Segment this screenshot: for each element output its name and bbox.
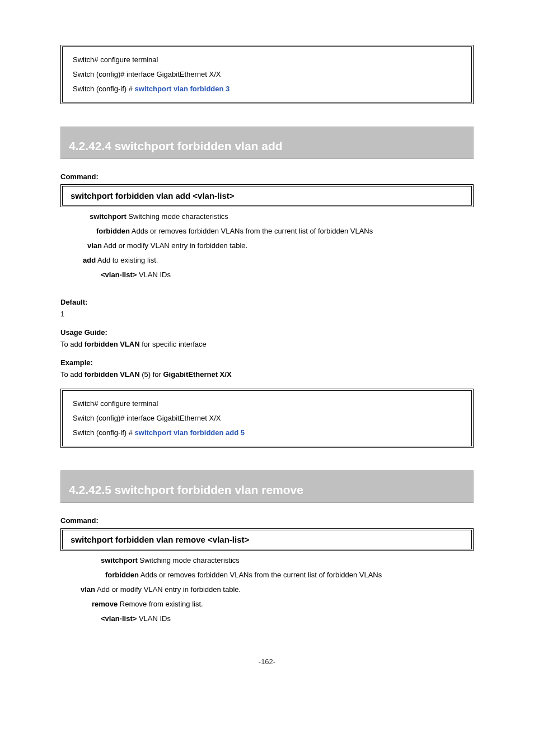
text: To add (60, 370, 85, 379)
param-name: vlan (81, 585, 95, 594)
param-name: add (83, 256, 96, 264)
param-row: vlan Add or modify VLAN entry in forbidd… (60, 582, 474, 597)
param-name: remove (92, 600, 118, 608)
param-desc: Switching mode characteristics (127, 212, 228, 221)
code-command: switchport vlan forbidden add 5 (135, 428, 245, 437)
param-desc: VLAN IDs (137, 270, 171, 279)
param-row: <vlan-list> VLAN IDs (60, 268, 474, 282)
param-desc: VLAN IDs (137, 614, 171, 623)
page-content: Switch# configure terminal Switch (confi… (0, 0, 534, 688)
usage-label: Usage Guide: (60, 328, 474, 337)
syntax-text: switchport forbidden vlan remove <vlan-l… (71, 535, 249, 544)
param-desc: Add to existing list. (96, 256, 158, 264)
param-row: forbidden Adds or removes forbidden VLAN… (60, 224, 474, 239)
command-label: Command: (60, 172, 474, 181)
param-desc: Adds or removes forbidden VLANs from the… (130, 227, 373, 235)
example-body: To add forbidden VLAN (5) for GigabitEth… (60, 370, 474, 379)
text-bold: forbidden VLAN (85, 340, 140, 348)
command-label: Command: (60, 516, 474, 525)
param-name: switchport (90, 212, 127, 221)
example-label: Example: (60, 358, 474, 367)
param-row: vlan Add or modify VLAN entry in forbidd… (60, 239, 474, 253)
text-bold: forbidden VLAN (85, 370, 140, 379)
param-row: add Add to existing list. (60, 253, 474, 268)
section-title: 4.2.42.5 switchport forbidden vlan remov… (69, 483, 465, 497)
code-line: Switch# configure terminal (73, 396, 461, 411)
param-desc: Add or modify VLAN entry in forbidden ta… (102, 241, 247, 250)
code-line: Switch (config)# interface GigabitEthern… (73, 411, 461, 426)
text: (5) for (140, 370, 163, 379)
param-desc: Remove from existing list. (118, 600, 203, 608)
text: for specific interface (140, 340, 207, 348)
param-desc: Add or modify VLAN entry in forbidden ta… (95, 585, 241, 594)
code-block-example: Switch# configure terminal Switch (confi… (60, 389, 474, 448)
syntax-box: switchport forbidden vlan add <vlan-list… (60, 184, 474, 207)
code-line: Switch (config-if) # switchport vlan for… (73, 426, 461, 440)
code-line: Switch# configure terminal (73, 53, 461, 67)
param-name: <vlan-list> (101, 614, 137, 623)
code-block-top: Switch# configure terminal Switch (confi… (60, 45, 474, 104)
code-prefix: Switch (config-if) # (73, 85, 135, 93)
param-desc: Switching mode characteristics (138, 556, 240, 564)
code-command: switchport vlan forbidden 3 (135, 85, 230, 93)
code-line: Switch (config-if) # switchport vlan for… (73, 82, 461, 96)
default-value: 1 (60, 310, 474, 318)
usage-body: To add forbidden VLAN for specific inter… (60, 340, 474, 348)
text: To add (60, 340, 85, 348)
syntax-box: switchport forbidden vlan remove <vlan-l… (60, 528, 474, 551)
section-header: 4.2.42.5 switchport forbidden vlan remov… (60, 470, 474, 503)
param-row: forbidden Adds or removes forbidden VLAN… (60, 568, 474, 582)
param-desc: Adds or removes forbidden VLANs from the… (139, 571, 382, 579)
text-bold: GigabitEthernet X/X (163, 370, 232, 379)
code-line: Switch (config)# interface GigabitEthern… (73, 67, 461, 82)
page-number: -162- (60, 657, 474, 666)
section-header: 4.2.42.4 switchport forbidden vlan add (60, 127, 474, 159)
param-name: vlan (87, 241, 102, 250)
syntax-text: switchport forbidden vlan add <vlan-list… (71, 191, 235, 200)
param-name: forbidden (105, 571, 139, 579)
param-name: switchport (101, 556, 138, 564)
code-prefix: Switch (config-if) # (73, 428, 135, 437)
param-row: <vlan-list> VLAN IDs (60, 612, 474, 626)
section-title: 4.2.42.4 switchport forbidden vlan add (69, 139, 465, 153)
param-row: switchport Switching mode characteristic… (60, 553, 474, 568)
param-row: remove Remove from existing list. (60, 597, 474, 612)
param-name: forbidden (96, 227, 130, 235)
default-label: Default: (60, 298, 474, 306)
param-name: <vlan-list> (101, 270, 137, 279)
param-row: switchport Switching mode characteristic… (60, 209, 474, 224)
